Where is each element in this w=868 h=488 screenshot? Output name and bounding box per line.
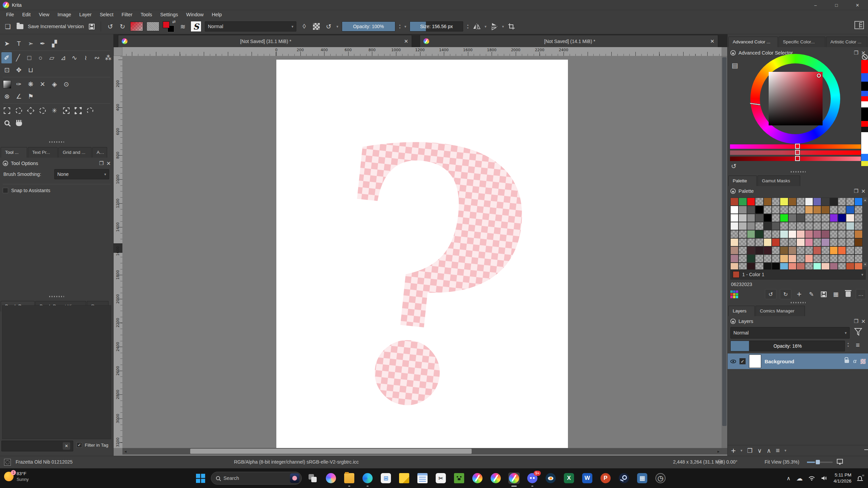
pattern-edit-tool[interactable]: ▞ [49,38,60,49]
colorize-mask-tool[interactable]: ✕ [37,79,48,90]
saturation-bar[interactable] [730,150,861,155]
measure-tool[interactable]: ∠ [13,91,24,102]
palette-swatch[interactable] [838,246,846,255]
history-swatch[interactable] [861,96,868,101]
palette-swatch[interactable] [755,222,763,230]
palette-swatch[interactable] [805,206,813,214]
save-incremental-button[interactable]: Save Incremental Version [28,24,84,29]
palette-swatch[interactable] [730,214,738,222]
krita-window-3-icon[interactable] [508,472,520,484]
brush-size-slider[interactable]: Size: 156.56 px [410,21,463,32]
palette-swatch[interactable] [730,222,738,230]
palette-swatch[interactable] [788,230,796,238]
layer-filter-button[interactable] [854,327,863,338]
word-icon[interactable]: W [581,472,593,484]
weather-widget[interactable]: 1 83°F Sunny [4,471,28,482]
tab-palette[interactable]: Palette [728,176,757,186]
palette-swatch[interactable] [813,246,821,255]
menu-settings[interactable]: Settings [156,12,182,17]
selector-settings-icon[interactable]: ▤ [732,61,738,69]
close-button[interactable]: ✕ [847,0,868,10]
scrollbar-handle[interactable] [190,449,472,454]
volume-icon[interactable] [821,475,828,481]
value-bar[interactable] [730,157,861,161]
palette-swatch[interactable] [846,198,854,206]
palette-swatch[interactable] [788,238,796,246]
clock-icon[interactable]: ◷ [655,472,666,484]
history-swatch[interactable] [861,154,868,161]
history-swatch[interactable] [861,121,868,127]
gradient-tool[interactable] [1,79,13,90]
palette-swatch[interactable] [846,214,854,222]
palette-swatch[interactable] [772,246,780,255]
menu-filter[interactable]: Filter [117,12,136,17]
palette-swatch[interactable] [854,238,863,246]
history-swatch[interactable] [861,107,868,121]
palette-swatch[interactable] [821,198,829,206]
palette-swatch[interactable] [796,198,805,206]
palette-swatch[interactable] [813,230,821,238]
copilot-icon[interactable] [325,472,337,484]
file-explorer-icon[interactable] [343,472,355,484]
palette-swatch[interactable] [805,230,813,238]
ellipse-select-tool[interactable] [13,105,24,116]
hue-bar[interactable] [730,144,861,149]
chevron-down-icon[interactable]: ▾ [785,448,787,453]
menu-select[interactable]: Select [96,12,117,17]
edit-shapes-tool[interactable]: ➣ [25,38,36,49]
palette-swatch[interactable] [813,206,821,214]
freehand-select-tool[interactable] [37,105,48,116]
palette-swatch[interactable] [755,246,763,255]
palette-swatch[interactable] [846,230,854,238]
palette-swatch[interactable] [830,255,838,263]
palette-swatch[interactable] [830,246,838,255]
palette-swatch[interactable] [821,206,829,214]
edit-brush-settings-button[interactable]: ≋ [178,21,187,32]
palette-swatch[interactable] [846,206,854,214]
chevron-down-icon[interactable]: ▾ [502,24,504,29]
palette-swatch[interactable] [796,238,805,246]
palette-swatch[interactable] [854,222,863,230]
chevron-down-icon[interactable]: ▾ [485,24,487,29]
palette-swatch[interactable] [738,222,747,230]
palette-swatch[interactable] [764,206,772,214]
spin-up-icon[interactable]: ▲ [467,24,469,26]
spin-up-icon[interactable]: ▲ [847,342,849,344]
color-sampler-tool[interactable]: ✑ [13,79,24,90]
palette-swatch[interactable] [755,238,763,246]
layer-opacity-spinner[interactable]: ▲▼ [847,342,849,347]
menu-view[interactable]: View [35,12,53,17]
palette-swatch[interactable] [747,246,755,255]
more-options-button[interactable]: … [856,289,866,299]
palette-swatch[interactable] [730,230,738,238]
palette-swatch[interactable] [788,222,796,230]
palette-swatch[interactable] [772,230,780,238]
snipping-tool-icon[interactable]: ✂ [435,472,447,484]
minecraft-icon[interactable] [453,472,465,484]
history-swatch[interactable] [861,82,868,91]
notepad-icon[interactable] [417,472,428,484]
close-tab-icon[interactable]: ✕ [710,38,714,44]
palette-swatch[interactable] [772,222,780,230]
palette-swatch[interactable] [813,198,821,206]
palette-swatch[interactable] [838,214,846,222]
fullscreen-icon[interactable] [837,459,843,464]
magnetic-select-tool[interactable] [84,105,96,116]
float-docker-icon[interactable]: ❐ [854,50,858,56]
lock-docker-icon[interactable] [730,319,736,324]
steam-icon[interactable] [618,472,630,484]
palette-swatch[interactable] [755,230,763,238]
tab-comics-manager[interactable]: Comics Manager [755,306,805,316]
ellipse-tool[interactable]: ○ [35,52,46,63]
freehand-path-tool[interactable]: ≀ [80,52,91,63]
history-swatch[interactable] [861,60,868,73]
sv-cursor[interactable] [817,74,821,78]
microsoft-store-icon[interactable]: ⊞ [380,472,392,484]
save-button[interactable] [87,21,96,32]
close-docker-icon[interactable]: ✕ [861,318,866,325]
menu-help[interactable]: Help [208,12,226,17]
palette-scroll-up[interactable]: ▲ [863,198,867,202]
workspace-chooser-button[interactable] [854,21,864,29]
layer-row-background[interactable]: ✓ Background α [728,353,868,369]
line-tool[interactable]: ╱ [13,52,23,63]
